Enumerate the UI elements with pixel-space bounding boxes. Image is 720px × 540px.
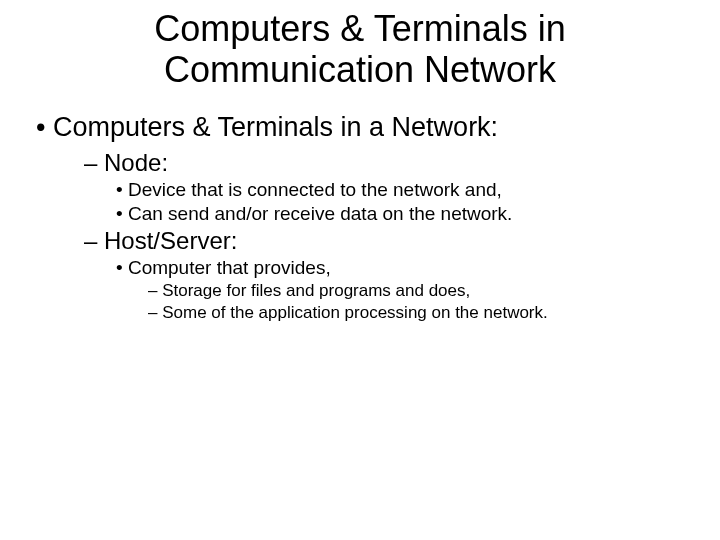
bullet-1: Computers & Terminals in a Network: <box>36 112 684 143</box>
slide-title: Computers & Terminals in Communication N… <box>0 8 720 91</box>
bullet-1-1-1: Device that is connected to the network … <box>116 179 684 201</box>
title-line-2: Communication Network <box>164 49 556 90</box>
bullet-1-2-1-1: Storage for files and programs and does, <box>148 281 684 301</box>
bullet-1-1-1-text: Device that is connected to the network … <box>128 179 502 200</box>
bullet-1-1-text: Node: <box>104 149 168 176</box>
bullet-1-2-1-2-text: Some of the application processing on th… <box>162 303 548 322</box>
slide: Computers & Terminals in Communication N… <box>0 0 720 540</box>
slide-body: Computers & Terminals in a Network: Node… <box>36 108 684 325</box>
bullet-1-text: Computers & Terminals in a Network: <box>53 112 498 142</box>
title-line-1: Computers & Terminals in <box>154 8 566 49</box>
bullet-1-1: Node: <box>84 149 684 177</box>
bullet-1-2-1-1-text: Storage for files and programs and does, <box>162 281 470 300</box>
bullet-1-2-1-text: Computer that provides, <box>128 257 331 278</box>
bullet-1-2-text: Host/Server: <box>104 227 237 254</box>
bullet-1-1-2-text: Can send and/or receive data on the netw… <box>128 203 512 224</box>
bullet-1-2-1-2: Some of the application processing on th… <box>148 303 684 323</box>
bullet-1-2: Host/Server: <box>84 227 684 255</box>
bullet-1-2-1: Computer that provides, <box>116 257 684 279</box>
bullet-1-1-2: Can send and/or receive data on the netw… <box>116 203 684 225</box>
